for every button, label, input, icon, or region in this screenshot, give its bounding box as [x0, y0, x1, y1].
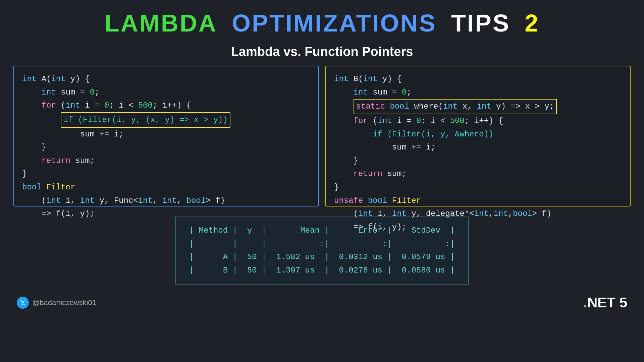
left-code: int A(int y) { int sum = 0; for (int i =…: [22, 72, 310, 221]
left-code-panel: int A(int y) { int sum = 0; for (int i =…: [13, 66, 319, 206]
title-optimizations: OPTIMIZATIONS: [232, 10, 437, 37]
title-tips: TIPS: [451, 10, 510, 37]
net5-dot: .: [583, 295, 587, 310]
code-row: int A(int y) { int sum = 0; for (int i =…: [13, 66, 631, 206]
right-code: int B(int y) { int sum = 0; static bool …: [334, 72, 622, 234]
title-lambda: LAMBDA: [105, 10, 217, 37]
twitter-icon: 𝕏: [17, 297, 29, 309]
right-code-panel: int B(int y) { int sum = 0; static bool …: [325, 66, 631, 206]
net5-text: NET 5: [587, 295, 627, 310]
net5-badge: .NET 5: [583, 295, 627, 311]
title-section: LAMBDA OPTIMIZATIONS TIPS 2: [13, 10, 631, 37]
subtitle: Lambda vs. Function Pointers: [13, 45, 631, 59]
twitter-username: @badamczewski01: [32, 298, 96, 307]
footer: 𝕏 @badamczewski01 .NET 5: [13, 295, 631, 311]
twitter-handle: 𝕏 @badamczewski01: [17, 297, 96, 309]
title-number: 2: [525, 10, 539, 37]
